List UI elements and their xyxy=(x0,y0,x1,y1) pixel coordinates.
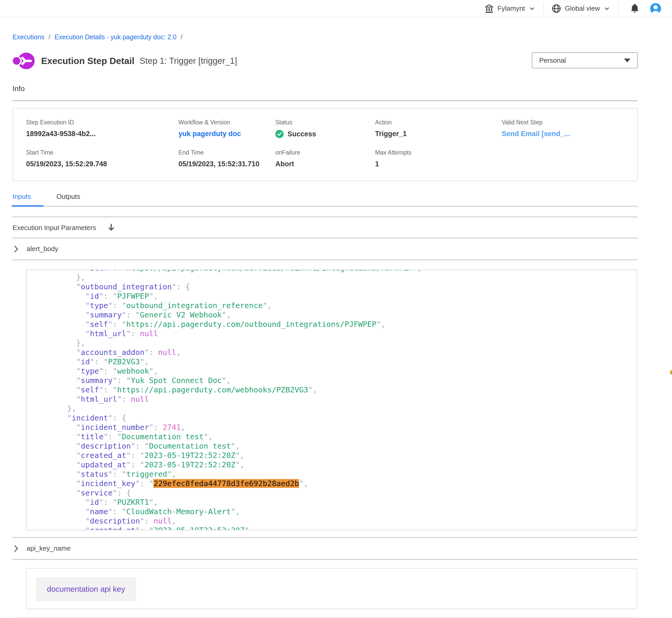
org-switcher[interactable]: Fylamynt xyxy=(477,3,543,15)
breadcrumb-separator: / xyxy=(49,33,50,41)
breadcrumb-link[interactable]: Execution Details - yuk pagerduty doc: 2… xyxy=(55,33,176,41)
code-line-clipped: "created_at": "2023-05-19T22:52:20Z" xyxy=(31,526,633,530)
org-name: Fylamynt xyxy=(498,4,525,12)
code-line: "description": null, xyxy=(31,516,633,526)
code-line: "type": "webhook", xyxy=(31,367,633,376)
field-label: Step Execution ID xyxy=(26,119,178,126)
code-line: "status": "triggered", xyxy=(31,470,633,479)
field-value: Abort xyxy=(275,160,375,168)
account-menu[interactable] xyxy=(650,3,663,15)
breadcrumb-link[interactable]: Executions xyxy=(12,33,44,41)
success-check-icon xyxy=(275,130,284,138)
code-line: "summary": "Yuk Spot Connect Doc", xyxy=(31,376,633,385)
info-card: Step Execution ID18992a43-9538-4b2...Wor… xyxy=(12,108,638,181)
avatar-icon xyxy=(650,3,662,15)
field-label: onFailure xyxy=(275,149,375,156)
info-field-onfailure: onFailureAbort xyxy=(275,149,375,168)
field-label: Start Time xyxy=(26,149,178,156)
chevron-right-icon xyxy=(13,245,19,253)
field-value: 05/19/2023, 15:52:29.748 xyxy=(26,160,178,168)
code-line: }, xyxy=(31,273,633,282)
field-label: Workflow & Version xyxy=(178,119,275,126)
param-label: alert_body xyxy=(26,245,58,253)
info-field-step-execution-id: Step Execution ID18992a43-9538-4b2... xyxy=(26,119,178,138)
divider xyxy=(12,100,638,101)
code-line: "html_url": null xyxy=(31,395,633,404)
code-line: "incident": { xyxy=(31,413,633,423)
code-line: "incident_key": "229efec8feda44778d3fe69… xyxy=(31,479,633,488)
code-line: "outbound_integration": { xyxy=(31,282,633,291)
param-row-alert-body[interactable]: alert_body xyxy=(12,238,638,260)
field-value-link[interactable]: yuk pagerduty doc xyxy=(178,130,275,138)
bell-icon xyxy=(630,3,640,14)
main-content: Executions/Execution Details - yuk pager… xyxy=(0,33,672,618)
tab-inputs[interactable]: Inputs xyxy=(12,193,44,206)
field-value: 05/19/2023, 15:52:31.710 xyxy=(178,160,275,168)
params-header-label: Execution Input Parameters xyxy=(12,224,96,232)
params-header-row: Execution Input Parameters xyxy=(12,217,638,237)
code-line: "title": "Documentation test", xyxy=(31,432,633,441)
workflow-logo-icon xyxy=(12,52,35,70)
code-line: "self": "https://api.pagerduty.com/outbo… xyxy=(31,320,633,329)
info-field-max-attempts: Max Attempts1 xyxy=(375,149,502,168)
field-label: Valid Next Step xyxy=(502,119,627,126)
param-row-api-key-name[interactable]: api_key_name xyxy=(12,538,638,559)
field-label: Action xyxy=(375,119,502,126)
field-label: Status xyxy=(275,119,375,126)
code-line: "accounts_addon": null, xyxy=(31,348,633,357)
code-line: "updated_at": "2023-05-19T22:52:20Z", xyxy=(31,460,633,470)
info-field-status: StatusSuccess xyxy=(275,119,375,138)
param-label: api_key_name xyxy=(26,544,71,552)
code-line: "self": "https://api.pagerduty.com/webho… xyxy=(31,385,633,395)
download-arrow-icon[interactable] xyxy=(107,223,115,232)
api-key-name-chip[interactable]: documentation api key xyxy=(36,577,136,601)
field-label: End Time xyxy=(178,149,275,156)
field-value: 18992a43-9538-4b2... xyxy=(26,130,178,138)
page-header: Execution Step Detail Step 1: Trigger [t… xyxy=(12,51,638,71)
chevron-down-icon xyxy=(603,5,610,12)
page-title: Execution Step Detail xyxy=(41,56,135,66)
view-switcher[interactable]: Global view xyxy=(543,3,618,15)
code-line: "html_url": null xyxy=(31,329,633,338)
chevron-down-icon xyxy=(529,5,535,12)
execution-input-parameters-section: Execution Input Parameters alert_body "s… xyxy=(12,216,638,618)
alert-body-json-viewer[interactable]: "self": "https://api.pagerduty.com/servi… xyxy=(26,270,637,530)
scrollbar-search-match-marker[interactable] xyxy=(670,371,672,375)
info-field-workflow-version: Workflow & Versionyuk pagerduty doc xyxy=(178,119,275,138)
breadcrumb: Executions/Execution Details - yuk pager… xyxy=(12,33,638,41)
code-line: "incident_number": 2741, xyxy=(31,423,633,432)
status-value: Success xyxy=(275,130,375,138)
code-line: "service": { xyxy=(31,488,633,498)
code-line: "created_at": "2023-05-19T22:52:20Z", xyxy=(31,451,633,460)
field-value-link[interactable]: Send Email [send_... xyxy=(502,130,627,138)
divider xyxy=(12,260,638,260)
tab-outputs[interactable]: Outputs xyxy=(50,193,86,206)
view-name: Global view xyxy=(565,4,600,12)
info-field-valid-next-step: Valid Next StepSend Email [send_... xyxy=(502,119,627,138)
field-label: Max Attempts xyxy=(375,149,502,156)
code-line: "id": "PZB2VG3", xyxy=(31,357,633,367)
code-line: }, xyxy=(31,404,633,413)
code-line-clipped: "self": "https://api.pagerduty.com/servi… xyxy=(31,270,633,273)
divider xyxy=(12,559,638,560)
info-field-start-time: Start Time05/19/2023, 15:52:29.748 xyxy=(26,149,178,168)
caret-down-icon xyxy=(624,59,630,63)
bank-icon xyxy=(485,4,494,13)
code-line: "name": "CloudWatch-Memory-Alert", xyxy=(31,507,633,516)
code-line: "type": "outbound_integration_reference"… xyxy=(31,301,633,310)
breadcrumb-separator: / xyxy=(181,33,183,41)
chevron-right-icon xyxy=(13,545,19,552)
code-line: "description": "Documentation test", xyxy=(31,441,633,451)
field-value: Trigger_1 xyxy=(375,130,502,138)
page-subtitle: Step 1: Trigger [trigger_1] xyxy=(140,56,237,66)
field-value: 1 xyxy=(375,160,502,168)
scope-select-value: Personal xyxy=(539,57,566,65)
scope-select[interactable]: Personal xyxy=(532,52,638,69)
globe-icon xyxy=(552,4,561,13)
notifications-button[interactable] xyxy=(618,3,650,14)
topbar: Fylamynt Global view xyxy=(0,0,672,17)
info-field-end-time: End Time05/19/2023, 15:52:31.710 xyxy=(178,149,275,168)
code-line: "id": "PUZKRT1", xyxy=(31,498,633,507)
api-key-name-value-box: documentation api key xyxy=(26,568,637,609)
tab-bar: InputsOutputs xyxy=(12,193,638,207)
